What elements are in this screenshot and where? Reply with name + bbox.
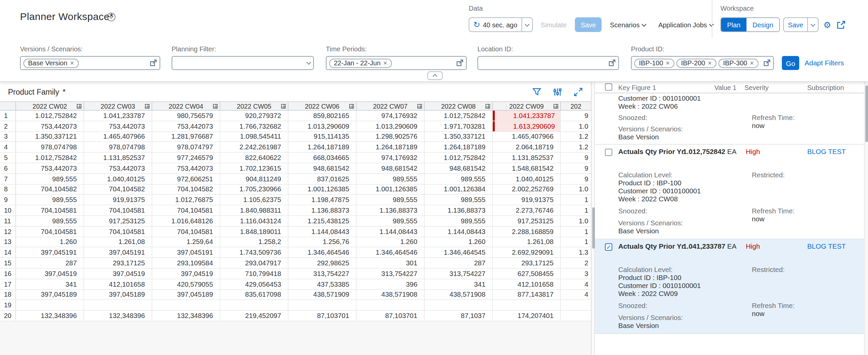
token-remove-icon[interactable]: ×	[70, 59, 74, 67]
grid-cell[interactable]	[425, 300, 493, 310]
grid-cell[interactable]: 1.016,648126	[152, 216, 220, 226]
design-tab[interactable]: Design	[746, 18, 779, 31]
grid-cell[interactable]: 438,571908	[425, 290, 493, 300]
grid-cell[interactable]: 977,246579	[152, 153, 220, 163]
token-product[interactable]: IBP-100×	[634, 58, 674, 68]
grid-cell[interactable]: 668,034665	[288, 153, 356, 163]
select-all-alerts-checkbox[interactable]	[605, 83, 612, 91]
row-number[interactable]: 8	[0, 184, 16, 194]
grid-cell[interactable]: 1.012,752842	[16, 153, 84, 163]
grid-cell[interactable]: 704,104581	[152, 227, 220, 237]
grid-cell[interactable]: 313,754227	[288, 269, 356, 279]
grid-cell[interactable]: 1.131,852537	[493, 153, 561, 163]
planning-filter-select[interactable]	[172, 56, 314, 70]
grid-cell[interactable]: 1.840,988311	[220, 205, 288, 215]
plan-tab[interactable]: Plan	[721, 18, 746, 31]
grid-cell[interactable]: 397,045189	[152, 290, 220, 300]
grid-cell[interactable]: 9	[561, 174, 591, 184]
grid-cell[interactable]: 859,802165	[288, 111, 356, 121]
grid-cell[interactable]	[561, 311, 591, 321]
scrollbar-thumb[interactable]	[865, 85, 868, 142]
grid-cell[interactable]: 1.743,509736	[220, 248, 288, 258]
column-grid-icon[interactable]	[349, 104, 354, 109]
time-periods-filter-input[interactable]: 22-Jan - 22-Jun×	[326, 56, 467, 70]
row-number[interactable]: 13	[0, 237, 16, 247]
row-number[interactable]: 20	[0, 311, 16, 321]
grid-cell[interactable]: 753,442073	[152, 121, 220, 131]
grid-cell[interactable]: 972,606251	[152, 174, 220, 184]
personalization-icon[interactable]	[552, 87, 562, 97]
grid-cell[interactable]: 1.131,852537	[84, 153, 152, 163]
grid-cell[interactable]: 948,681542	[288, 163, 356, 173]
column-header[interactable]: 2022 CW03	[84, 102, 152, 110]
grid-cell[interactable]: 219,452097	[220, 311, 288, 321]
alert-checkbox[interactable]: ✓	[605, 243, 612, 251]
grid-cell[interactable]	[220, 300, 288, 310]
grid-cell[interactable]: 1.702,123615	[220, 163, 288, 173]
grid-cell[interactable]: 1.350,337121	[16, 132, 84, 142]
grid-cell[interactable]: 974,176932	[356, 111, 425, 121]
grid-cell[interactable]: 293,17125	[493, 258, 561, 268]
grid-cell[interactable]: 397,045191	[152, 248, 220, 258]
grid-cell[interactable]: 1	[561, 195, 591, 205]
grid-cell[interactable]: 1.041,233787	[84, 111, 152, 121]
grid-cell[interactable]: 87,103701	[288, 311, 356, 321]
grid-cell[interactable]: 948,681542	[425, 163, 493, 173]
grid-cell[interactable]: 293,17125	[84, 258, 152, 268]
column-grid-icon[interactable]	[213, 104, 218, 109]
filter-icon[interactable]	[531, 87, 541, 97]
grid-cell[interactable]: 704,104581	[152, 205, 220, 215]
grid-cell[interactable]: 1.350,337121	[425, 132, 493, 142]
grid-cell[interactable]: 4	[561, 290, 591, 300]
alert-item[interactable]: ✓Actuals Qty Prior Yr1.041,233787 EAHigh…	[595, 239, 868, 334]
grid-cell[interactable]: 704,104582	[16, 184, 84, 194]
grid-cell[interactable]: 1.198,47875	[288, 195, 356, 205]
grid-cell[interactable]: 989,555	[356, 216, 425, 226]
alert-subscription-link[interactable]: BLOG TEST	[807, 243, 846, 251]
grid-cell[interactable]: 837,01625	[288, 174, 356, 184]
row-number[interactable]: 11	[0, 216, 16, 226]
grid-cell[interactable]: 1.260	[425, 237, 493, 247]
grid-cell[interactable]: 627,508455	[493, 269, 561, 279]
grid-cell-alert[interactable]: 1.041,233787	[493, 111, 561, 121]
column-grid-icon[interactable]	[145, 104, 150, 109]
grid-cell[interactable]: 1.001,126384	[425, 184, 493, 194]
grid-cell[interactable]: 1.012,76875	[152, 195, 220, 205]
grid-cell[interactable]: 292,98625	[288, 258, 356, 268]
grid-cell[interactable]: 822,640622	[220, 153, 288, 163]
grid-cell[interactable]: 989,555	[16, 195, 84, 205]
grid-cell[interactable]: 397,045189	[84, 290, 152, 300]
refresh-button[interactable]: ↻ 40 sec. ago	[469, 17, 533, 32]
workspace-save-menu-button[interactable]	[807, 18, 818, 31]
grid-cell[interactable]: 2.692,929091	[493, 248, 561, 258]
grid-cell[interactable]: 2	[561, 258, 591, 268]
grid-cell[interactable]: 438,571909	[288, 290, 356, 300]
grid-cell[interactable]: 412,101658	[493, 279, 561, 289]
grid-cell[interactable]: 2.288,168859	[493, 227, 561, 237]
grid-cell[interactable]: 1.001,126385	[356, 184, 425, 194]
grid-cell[interactable]: 1.012,752842	[425, 153, 493, 163]
grid-cell-alert[interactable]: 1.613,290609	[493, 121, 561, 131]
grid-cell[interactable]: 1.548,681542	[493, 163, 561, 173]
adapt-filters-link[interactable]: Adapt Filters	[805, 59, 844, 67]
grid-cell[interactable]: 1.465,407966	[84, 132, 152, 142]
row-number[interactable]: 10	[0, 205, 16, 215]
grid-cell[interactable]: 1.261,08	[493, 237, 561, 247]
grid-cell[interactable]: 980,756579	[152, 111, 220, 121]
column-header[interactable]: 202	[561, 102, 591, 110]
grid-cell[interactable]: 1.040,40125	[493, 174, 561, 184]
grid-cell[interactable]: 989,555	[356, 174, 425, 184]
grid-cell[interactable]: 1.848,189011	[220, 227, 288, 237]
row-number[interactable]: 19	[0, 300, 16, 310]
grid-cell[interactable]: 1.144,08443	[356, 227, 425, 237]
grid-cell[interactable]: 1.3	[561, 248, 591, 258]
grid-cell[interactable]: 287	[425, 258, 493, 268]
grid-cell[interactable]: 2.064,18719	[493, 142, 561, 152]
grid-cell[interactable]: 397,04519	[152, 269, 220, 279]
grid-cell[interactable]: 1.258,2	[220, 237, 288, 247]
column-header[interactable]: 2022 CW09	[493, 102, 561, 110]
grid-cell[interactable]: 174,207401	[493, 311, 561, 321]
column-grid-icon[interactable]	[281, 104, 286, 109]
settings-gear-icon[interactable]: ⚙	[822, 19, 833, 30]
grid-cell[interactable]: 132,348396	[16, 311, 84, 321]
